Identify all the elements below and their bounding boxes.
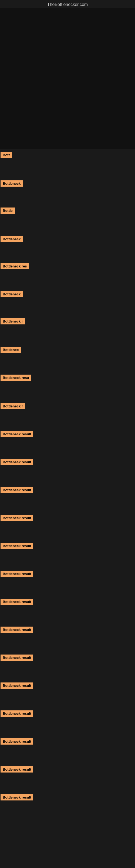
bottleneck-label[interactable]: Bottleneck result [1,627,33,633]
bottleneck-label[interactable]: Bott [1,152,12,158]
list-item: Bottleneck result [0,599,135,606]
list-item: Bottleneck result [0,766,135,773]
list-item: Bottleneck result [0,459,135,466]
bottleneck-label[interactable]: Bottleneck [1,236,23,242]
list-item: Bottleneck result [0,627,135,633]
list-item: Bottlenec [0,347,135,353]
list-item: Bottleneck resu [0,375,135,381]
list-item: Bottleneck r [0,318,135,325]
chart-area [0,8,135,149]
list-item: Bottleneck result [0,515,135,522]
list-item: Bott [0,152,135,159]
list-item: Bottleneck result [0,738,135,745]
bottleneck-label[interactable]: Bottlenec [1,347,21,353]
list-item: Bottleneck result [0,654,135,661]
list-item: Bottleneck [0,180,135,187]
bottleneck-label[interactable]: Bottleneck result [1,738,33,745]
bottleneck-label[interactable]: Bottleneck result [1,682,33,689]
list-item: Bottleneck result [0,431,135,438]
bottleneck-label[interactable]: Bottleneck [1,180,23,187]
site-title: TheBottlenecker.com [47,2,88,7]
bottleneck-label[interactable]: Bottleneck result [1,766,33,773]
bottleneck-label[interactable]: Bottleneck r [1,318,25,324]
list-item: Bottleneck res [0,263,135,270]
list-item: Bottleneck result [0,543,135,550]
bottleneck-label[interactable]: Bottleneck resu [1,375,31,381]
list-item: Bottleneck result [0,794,135,801]
bottleneck-label[interactable]: Bottleneck result [1,543,33,549]
bottleneck-label[interactable]: Bottleneck result [1,487,33,493]
bottleneck-label[interactable]: Bottleneck result [1,599,33,605]
list-item: Bottleneck result [0,571,135,578]
bottleneck-label[interactable]: Bottleneck r [1,403,25,409]
bottleneck-label[interactable]: Bottleneck result [1,459,33,465]
list-item: Bottleneck result [0,682,135,689]
bottleneck-label[interactable]: Bottleneck res [1,263,29,269]
list-item: Bottleneck [0,236,135,243]
list-item: Bottle [0,208,135,214]
bottleneck-label[interactable]: Bottleneck result [1,515,33,521]
bottleneck-label[interactable]: Bottleneck result [1,431,33,437]
bottleneck-label[interactable]: Bottle [1,208,15,214]
bottleneck-label[interactable]: Bottleneck result [1,571,33,577]
list-item: Bottleneck result [0,487,135,494]
list-item: Bottleneck [0,291,135,298]
bottleneck-items-container: BottBottleneckBottleBottleneckBottleneck… [0,152,135,822]
bottleneck-label[interactable]: Bottleneck result [1,794,33,801]
bottleneck-label[interactable]: Bottleneck result [1,654,33,661]
list-item: Bottleneck result [0,710,135,717]
bottleneck-label[interactable]: Bottleneck result [1,710,33,717]
bottleneck-label[interactable]: Bottleneck [1,291,23,297]
list-item: Bottleneck r [0,403,135,410]
